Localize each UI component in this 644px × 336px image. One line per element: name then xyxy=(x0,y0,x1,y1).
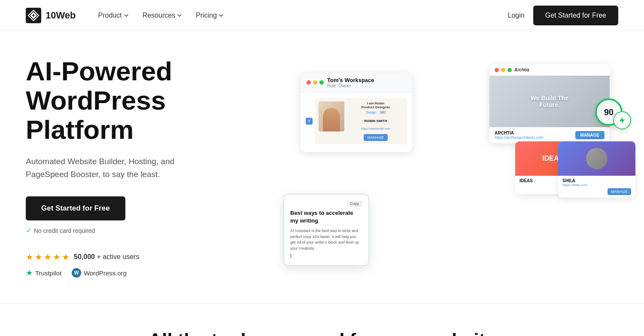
hero-section: AI-Powered WordPress Platform Automated … xyxy=(0,31,644,295)
dot-yellow xyxy=(501,68,505,72)
star-rating: ★ ★ ★ ★ ★ xyxy=(26,252,70,262)
robin-tags: Design UX xyxy=(348,110,404,114)
robin-portrait xyxy=(319,101,344,131)
tag-ux: UX xyxy=(379,110,387,114)
robin-manage-wrapper: MANAGE xyxy=(348,133,404,141)
wordpress-icon: W xyxy=(72,268,81,278)
shila-card: SHILA https://shila.com MANAGE xyxy=(558,141,635,198)
archtia-hero-image: We Build TheFuture. xyxy=(489,76,610,127)
star-3: ★ xyxy=(44,252,52,262)
logo-icon xyxy=(26,8,41,23)
shila-footer: SHILA https://shila.com MANAGE xyxy=(558,176,635,198)
hero-cta-button[interactable]: Get Started for Free xyxy=(26,196,125,220)
brand-name: 10Web xyxy=(46,10,76,21)
robin-manage-button[interactable]: MANAGE xyxy=(364,134,387,141)
robin-profile-card: I am RobinProduct Designer Design UX ROB… xyxy=(315,98,407,144)
site-avatar-t: T xyxy=(306,118,313,125)
window-dots xyxy=(307,80,324,85)
nav-item-pricing[interactable]: Pricing xyxy=(191,8,229,23)
dashboard-card: Tom's Workspace Role: Owner T I am Ro xyxy=(301,73,412,152)
stars-row: ★ ★ ★ ★ ★ 50,000 + active users xyxy=(26,252,249,262)
ai-copy-row: Copy xyxy=(290,201,362,207)
chevron-down-icon xyxy=(177,13,182,18)
no-credit-note: ✓ No credit card required xyxy=(26,226,249,235)
tag-design: Design xyxy=(365,110,378,114)
users-count: 50,000 + active users xyxy=(74,253,140,261)
ai-answer-text: AI Assistant is the best way to write an… xyxy=(290,228,362,251)
archtia-url: https://archisaarchitects.com xyxy=(495,135,544,140)
archtia-tagline: We Build TheFuture. xyxy=(531,95,568,108)
dot-green xyxy=(319,80,324,85)
site-row-robin: T I am RobinProduct Designer Design UX xyxy=(304,96,409,146)
robin-details: I am RobinProduct Designer Design UX ROB… xyxy=(348,101,404,141)
nav-menu: Product Resources Pricing xyxy=(93,8,229,23)
hero-mockup: Tom's Workspace Role: Owner T I am Ro xyxy=(275,64,618,270)
archtia-card: Archtia We Build TheFuture. ARCHTIA http… xyxy=(489,64,610,143)
lightning-speed-badge xyxy=(613,111,631,129)
dot-red xyxy=(495,68,499,72)
wordpress-badge: W WordPress.org xyxy=(72,268,127,278)
archtia-site-info: ARCHTIA https://archisaarchitects.com xyxy=(495,131,544,140)
ai-copy-button[interactable]: Copy xyxy=(346,201,362,207)
navbar: 10Web Product Resources Pricing Login Ge… xyxy=(0,0,644,31)
star-1: ★ xyxy=(26,252,33,262)
star-4: ★ xyxy=(53,252,61,262)
shila-manage-wrapper: MANAGE xyxy=(562,188,631,195)
robin-name-text: ROBIN SMITH xyxy=(365,119,387,123)
archtia-header: Archtia xyxy=(489,64,610,76)
shila-manage-button[interactable]: MANAGE xyxy=(608,188,631,195)
nav-cta-button[interactable]: Get Started for Free xyxy=(533,6,618,25)
bottom-section: All the tools you need for your website xyxy=(0,303,644,336)
workspace-info: Tom's Workspace Role: Owner xyxy=(327,77,374,88)
archtia-dots xyxy=(495,68,512,72)
chevron-down-icon xyxy=(219,13,224,18)
trustpilot-star-icon: ★ xyxy=(26,268,33,278)
robin-url: https://robinsmith.com xyxy=(361,127,390,130)
archtia-logo: Archtia xyxy=(514,67,529,72)
ai-question-text: Best ways to accelerate my writing xyxy=(290,209,362,225)
hero-subtitle: Automated Website Builder, Hosting, and … xyxy=(26,155,206,181)
dashboard-header: Tom's Workspace Role: Owner xyxy=(301,73,412,93)
ai-cursor xyxy=(291,254,291,258)
shila-site-name: SHILA xyxy=(562,178,631,183)
robin-actions: ROBIN SMITH https://robinsmith.com MANAG… xyxy=(348,116,404,141)
nav-right: Login Get Started for Free xyxy=(508,6,618,25)
bottom-title: All the tools you need for your website xyxy=(26,330,618,336)
chevron-down-icon xyxy=(124,13,129,18)
shila-portrait xyxy=(586,148,608,169)
hero-title: AI-Powered WordPress Platform xyxy=(26,57,249,145)
sites-list: T I am RobinProduct Designer Design UX xyxy=(301,93,412,152)
star-2: ★ xyxy=(35,252,43,262)
nav-item-resources[interactable]: Resources xyxy=(137,8,187,23)
shila-image xyxy=(558,141,635,176)
archtia-manage-button[interactable]: MANAGE xyxy=(575,131,605,139)
social-proof: ★ ★ ★ ★ ★ 50,000 + active users ★ Trustp… xyxy=(26,252,249,278)
ai-chat-card: Copy Best ways to accelerate my writing … xyxy=(283,194,369,266)
login-button[interactable]: Login xyxy=(508,12,525,19)
lightning-icon xyxy=(618,116,626,125)
trustpilot-badge: ★ Trustpilot xyxy=(26,268,61,278)
nav-item-product[interactable]: Product xyxy=(93,8,134,23)
star-5: ★ xyxy=(62,252,70,262)
archtia-name: ARCHTIA xyxy=(495,131,544,135)
nav-left: 10Web Product Resources Pricing xyxy=(26,8,229,23)
dot-green xyxy=(507,68,512,72)
badges-row: ★ Trustpilot W WordPress.org xyxy=(26,268,249,278)
dot-red xyxy=(307,80,311,85)
archtia-footer: ARCHTIA https://archisaarchitects.com MA… xyxy=(489,127,610,143)
shila-url: https://shila.com xyxy=(562,183,631,187)
logo-link[interactable]: 10Web xyxy=(26,8,76,23)
robin-silhouette xyxy=(323,108,340,131)
hero-content: AI-Powered WordPress Platform Automated … xyxy=(26,57,249,278)
dot-yellow xyxy=(313,80,317,85)
check-icon: ✓ xyxy=(26,226,31,235)
